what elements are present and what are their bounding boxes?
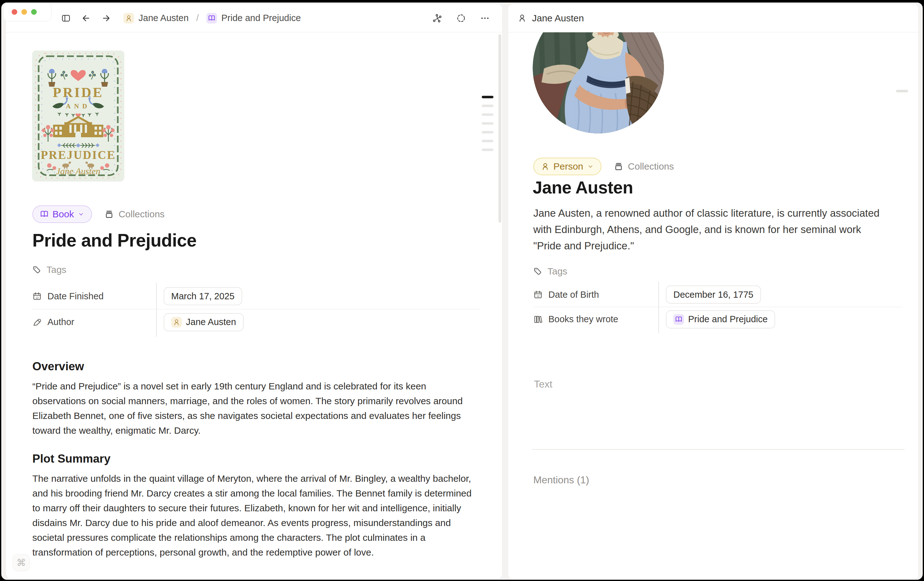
chevron-down-icon bbox=[78, 211, 84, 218]
book-icon bbox=[673, 314, 684, 325]
person-title: Jane Austen bbox=[533, 177, 633, 198]
outline-mark[interactable] bbox=[482, 113, 493, 116]
book-icon bbox=[206, 13, 217, 23]
text-block-placeholder[interactable]: Text bbox=[534, 378, 553, 390]
forward-arrow-icon[interactable] bbox=[101, 13, 111, 23]
table-divider bbox=[156, 283, 157, 337]
breadcrumb-book[interactable]: Pride and Prejudice bbox=[221, 13, 301, 23]
mentions-section-header[interactable]: Mentions (1) bbox=[533, 474, 589, 486]
cover-title-line1: PRIDE bbox=[53, 85, 104, 100]
collections-button[interactable]: Collections bbox=[614, 161, 674, 172]
tags-label: Tags bbox=[548, 266, 567, 277]
collections-button[interactable]: Collections bbox=[105, 209, 165, 220]
command-palette-button[interactable]: ⌘ bbox=[13, 554, 30, 571]
section-heading-plot-summary: Plot Summary bbox=[32, 452, 480, 465]
sidebar-toggle-icon[interactable] bbox=[61, 13, 71, 23]
window-titlebar-tab bbox=[3, 3, 51, 21]
property-label: Date Finished bbox=[32, 291, 156, 302]
scroll-handle[interactable] bbox=[896, 90, 908, 92]
property-row-author: Author Jane Austen bbox=[32, 309, 480, 335]
person-icon bbox=[518, 13, 527, 23]
cover-title-line3: PREJUDICE bbox=[41, 149, 116, 162]
tag-icon bbox=[533, 267, 542, 276]
date-finished-value[interactable]: March 17, 2025 bbox=[163, 287, 242, 305]
zoom-window-button[interactable] bbox=[31, 9, 37, 15]
overview-paragraph: “Pride and Prejudice” is a novel set in … bbox=[32, 379, 481, 438]
section-heading-overview: Overview bbox=[32, 360, 480, 373]
back-arrow-icon[interactable] bbox=[81, 13, 91, 23]
property-label: Date of Birth bbox=[533, 290, 658, 300]
book-link-value[interactable]: Pride and Prejudice bbox=[666, 310, 775, 328]
object-type-label: Book bbox=[53, 209, 74, 220]
cover-author-script: Jane Austen bbox=[56, 166, 100, 176]
chevron-down-icon bbox=[587, 163, 594, 170]
breadcrumb-person[interactable]: Jane Austen bbox=[139, 13, 189, 23]
outline-mark[interactable] bbox=[482, 105, 493, 107]
section-divider bbox=[532, 449, 904, 450]
property-table: Date of Birth December 16, 1775 Books th… bbox=[533, 282, 903, 331]
collections-icon bbox=[614, 162, 623, 171]
close-window-button[interactable] bbox=[12, 9, 17, 15]
collections-label: Collections bbox=[119, 209, 165, 220]
books-icon bbox=[533, 315, 543, 324]
calendar-icon bbox=[32, 291, 42, 301]
more-options-icon[interactable] bbox=[480, 13, 490, 23]
outline-mark[interactable] bbox=[482, 131, 493, 134]
outline-mark[interactable] bbox=[482, 140, 493, 142]
person-header-title[interactable]: Jane Austen bbox=[532, 13, 584, 23]
collections-icon bbox=[105, 210, 114, 219]
document-outline-indicator bbox=[482, 96, 493, 151]
date-of-birth-value[interactable]: December 16, 1775 bbox=[666, 286, 761, 304]
breadcrumb-separator: / bbox=[196, 13, 199, 23]
tags-label: Tags bbox=[46, 264, 66, 275]
person-icon bbox=[541, 162, 549, 171]
tag-icon bbox=[32, 266, 41, 274]
graph-view-icon[interactable] bbox=[432, 13, 442, 23]
minimize-window-button[interactable] bbox=[21, 9, 27, 15]
property-row-date-of-birth: Date of Birth December 16, 1775 bbox=[533, 282, 903, 307]
plot-summary-paragraph: The narrative unfolds in the quaint vill… bbox=[32, 471, 481, 560]
pen-icon bbox=[32, 317, 42, 327]
breadcrumb: Jane Austen / Pride and Prejudice bbox=[124, 13, 301, 23]
person-icon bbox=[124, 13, 134, 23]
tags-button[interactable]: Tags bbox=[533, 266, 567, 277]
object-type-badge-person[interactable]: Person bbox=[533, 158, 601, 175]
person-icon bbox=[171, 317, 182, 328]
author-value[interactable]: Jane Austen bbox=[163, 313, 244, 331]
property-label: Books they wrote bbox=[533, 314, 658, 324]
person-page-header: Jane Austen bbox=[508, 4, 918, 32]
book-page-panel: Jane Austen / Pride and Prejudice bbox=[6, 4, 503, 579]
page-title: Pride and Prejudice bbox=[32, 230, 480, 251]
book-icon bbox=[40, 210, 49, 219]
focus-mode-icon[interactable] bbox=[456, 13, 466, 23]
property-row-date-finished: Date Finished March 17, 2025 bbox=[32, 283, 480, 309]
outline-mark[interactable] bbox=[482, 149, 493, 151]
tags-button[interactable]: Tags bbox=[32, 264, 480, 275]
person-description: Jane Austen, a renowned author of classi… bbox=[533, 205, 891, 254]
cover-title-line2: AND bbox=[66, 102, 91, 110]
object-type-label: Person bbox=[553, 161, 583, 172]
property-label: Author bbox=[32, 317, 156, 327]
outline-mark[interactable] bbox=[482, 122, 493, 125]
scrollbar-thumb[interactable] bbox=[498, 34, 501, 223]
object-type-badge-book[interactable]: Book bbox=[32, 205, 92, 223]
calendar-icon bbox=[533, 290, 543, 299]
property-row-books-they-wrote: Books they wrote Pride and Prejudice bbox=[533, 307, 903, 331]
table-divider bbox=[658, 282, 659, 333]
app-window: Jane Austen / Pride and Prejudice bbox=[1, 3, 923, 580]
book-page-content: PRIDE AND bbox=[6, 32, 502, 560]
person-page-panel: Jane Austen Person Collections Jane Aust… bbox=[508, 4, 919, 580]
property-table: Date Finished March 17, 2025 Author J bbox=[32, 283, 480, 335]
left-toolbar: Jane Austen / Pride and Prejudice bbox=[6, 4, 502, 32]
outline-mark[interactable] bbox=[482, 96, 493, 98]
book-cover-image[interactable]: PRIDE AND bbox=[32, 51, 124, 181]
collections-label: Collections bbox=[628, 161, 674, 172]
